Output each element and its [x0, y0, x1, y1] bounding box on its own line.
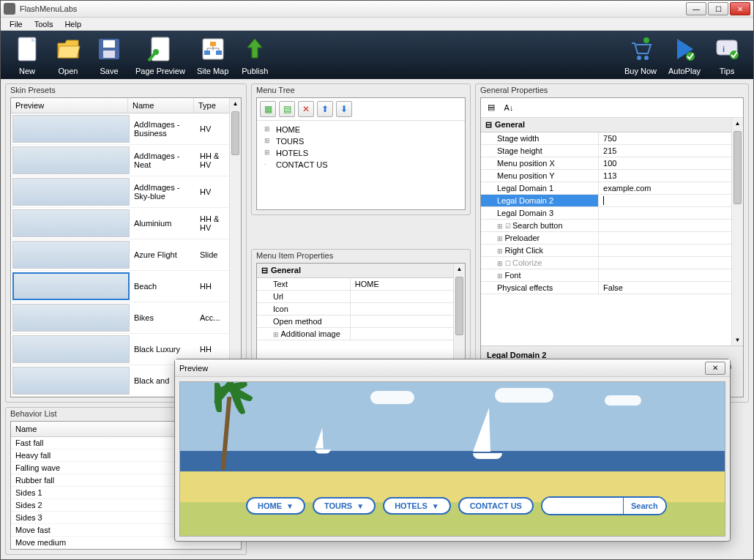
tree-item[interactable]: TOURS — [263, 135, 459, 147]
property-value[interactable] — [599, 269, 743, 281]
toolbar-autoplay[interactable]: AutoPlay — [662, 31, 706, 78]
property-value[interactable] — [599, 257, 743, 269]
property-row[interactable]: Stage height215 — [481, 145, 743, 157]
prop-group-header[interactable]: ⊟General — [481, 118, 743, 132]
tree-item[interactable]: HOTELS — [263, 147, 459, 159]
toolbar-site-map[interactable]: Site Map — [191, 31, 234, 78]
col-name[interactable]: Name — [128, 98, 194, 113]
tree-delete-button[interactable]: ✕ — [298, 101, 314, 117]
property-row[interactable]: Legal Domain 1example.com — [481, 182, 743, 195]
toolbar-page-preview[interactable]: Page Preview — [130, 31, 191, 78]
property-value[interactable]: False — [599, 282, 743, 294]
skin-preset-row[interactable]: AddImages - BusinessHV — [11, 113, 241, 145]
scroll-up-icon[interactable]: ▲ — [454, 264, 465, 275]
property-row[interactable]: Additional image — [257, 328, 465, 340]
col-type[interactable]: Type — [194, 98, 231, 113]
property-value[interactable] — [351, 316, 465, 327]
property-value[interactable] — [599, 244, 743, 256]
property-row[interactable]: Physical effectsFalse — [481, 282, 743, 294]
scrollbar[interactable]: ▲ ▼ — [229, 98, 241, 397]
maximize-button[interactable]: ☐ — [708, 2, 728, 15]
categorized-view-button[interactable]: ▤ — [483, 100, 499, 115]
scroll-down-icon[interactable]: ▼ — [732, 334, 743, 346]
tree-add-child-button[interactable]: ▤ — [279, 101, 295, 117]
alphabetical-view-button[interactable]: A↓ — [501, 100, 517, 115]
nav-tours[interactable]: TOURS▼ — [313, 497, 376, 515]
property-row[interactable]: Icon — [257, 303, 465, 316]
property-row[interactable]: Legal Domain 3 — [481, 207, 743, 220]
menu-item-props-body: ⊟General TextHOMEUrlIconOpen methodAddit… — [256, 263, 466, 368]
skin-preset-row[interactable]: AddImages - Sky-blueHV — [11, 176, 241, 208]
property-value[interactable] — [599, 207, 743, 219]
property-value[interactable]: HOME — [351, 278, 465, 290]
toolbar-new[interactable]: New — [7, 31, 48, 78]
tree-item[interactable]: CONTACT US — [263, 159, 459, 171]
toolbar-open[interactable]: Open — [48, 31, 89, 78]
property-value[interactable] — [351, 328, 465, 340]
tree-toolbar: ▦ ▤ ✕ ⬆ ⬇ — [257, 98, 465, 121]
property-value[interactable]: 113 — [599, 170, 743, 182]
property-row[interactable]: Menu position X100 — [481, 157, 743, 170]
scroll-thumb[interactable] — [455, 277, 463, 335]
scroll-up-icon[interactable]: ▲ — [230, 98, 241, 110]
minimize-button[interactable]: — — [686, 2, 706, 15]
property-row[interactable]: Stage width750 — [481, 132, 743, 145]
search-input[interactable] — [542, 498, 623, 514]
toolbar-tips[interactable]: i Tips — [706, 31, 747, 78]
nav-home[interactable]: HOME▼ — [246, 497, 305, 515]
menu-tools[interactable]: Tools — [29, 18, 59, 30]
scrollbar[interactable]: ▲ ▼ — [731, 118, 743, 346]
skin-preset-row[interactable]: Azure FlightSlide — [11, 239, 241, 271]
property-row[interactable]: TextHOME — [257, 278, 465, 291]
property-value[interactable] — [599, 195, 743, 206]
skin-preset-row[interactable]: BeachHH — [11, 271, 241, 302]
property-row[interactable]: Open method — [257, 316, 465, 328]
tree-move-down-button[interactable]: ⬇ — [336, 101, 352, 117]
menu-file[interactable]: File — [4, 18, 29, 30]
prop-group-header[interactable]: ⊟General — [257, 264, 465, 278]
property-value[interactable]: 750 — [599, 132, 743, 144]
search-button[interactable]: Search — [623, 498, 665, 514]
close-button[interactable]: ✕ — [730, 2, 750, 15]
property-value[interactable]: 215 — [599, 145, 743, 157]
svg-rect-5 — [152, 37, 169, 61]
col-preview[interactable]: Preview — [11, 98, 128, 113]
tree-list: HOMETOURSHOTELSCONTACT US — [257, 121, 465, 173]
skin-preset-row[interactable]: AluminiumHH & HV — [11, 208, 241, 239]
beach-scene: HOME▼ TOURS▼ HOTELS▼ CONTACT US Search — [180, 382, 725, 536]
toolbar-buy-now[interactable]: Buy Now — [619, 31, 662, 78]
tree-add-sibling-button[interactable]: ▦ — [260, 101, 276, 117]
nav-contact[interactable]: CONTACT US — [458, 497, 534, 515]
property-value[interactable] — [351, 291, 465, 302]
skin-thumbnail — [12, 367, 130, 395]
property-row[interactable]: Right Click — [481, 244, 743, 257]
skin-name: AddImages - Sky-blue — [131, 182, 197, 202]
scrollbar[interactable]: ▲ ▼ — [453, 264, 465, 367]
toolbar-save[interactable]: Save — [89, 31, 130, 78]
property-value[interactable] — [599, 220, 743, 231]
property-row[interactable]: Font — [481, 269, 743, 282]
scroll-thumb[interactable] — [734, 131, 742, 204]
property-row[interactable]: Menu position Y113 — [481, 170, 743, 182]
scroll-thumb[interactable] — [231, 111, 239, 155]
nav-hotels[interactable]: HOTELS▼ — [383, 497, 451, 515]
tree-move-up-button[interactable]: ⬆ — [317, 101, 333, 117]
property-value[interactable] — [351, 303, 465, 315]
skin-preset-row[interactable]: BikesAcc... — [11, 302, 241, 334]
preview-close-button[interactable]: ✕ — [705, 362, 725, 375]
menu-help[interactable]: Help — [59, 18, 87, 30]
property-row[interactable]: Search button — [481, 220, 743, 232]
property-row[interactable]: Url — [257, 291, 465, 303]
property-value[interactable]: example.com — [599, 182, 743, 194]
skin-preset-row[interactable]: AddImages - NeatHH & HV — [11, 145, 241, 176]
property-value[interactable] — [599, 232, 743, 244]
property-row[interactable]: Preloader — [481, 232, 743, 244]
toolbar-publish[interactable]: Publish — [234, 31, 275, 78]
tree-item[interactable]: HOME — [263, 124, 459, 135]
property-row[interactable]: Colorize — [481, 257, 743, 269]
property-key: Right Click — [481, 244, 599, 256]
property-row[interactable]: Legal Domain 2 — [481, 195, 743, 207]
property-key: Menu position X — [481, 157, 599, 169]
property-value[interactable]: 100 — [599, 157, 743, 169]
scroll-up-icon[interactable]: ▲ — [732, 118, 743, 130]
